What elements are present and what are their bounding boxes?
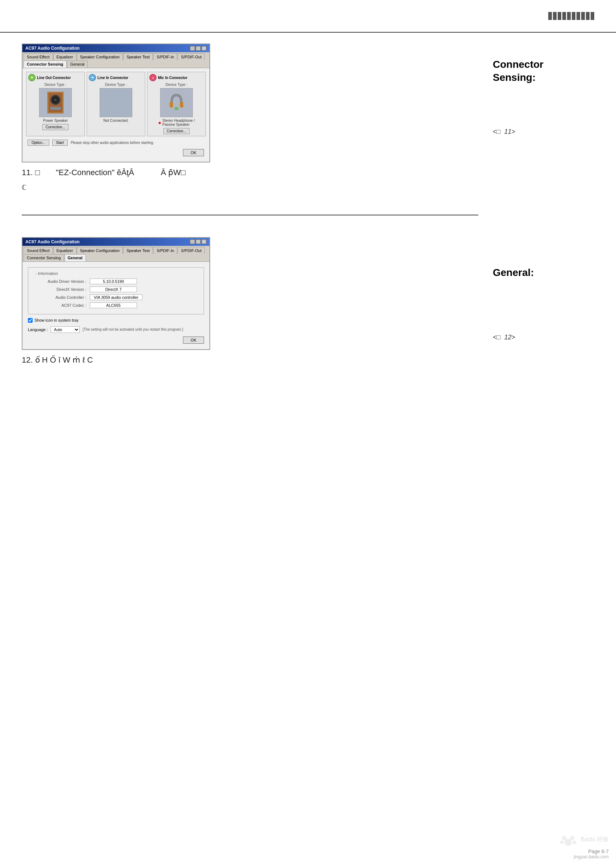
- svg-point-4: [54, 99, 57, 102]
- close-btn-2[interactable]: ×: [201, 239, 207, 244]
- tab-speaker-config-2[interactable]: Speaker Configuration: [77, 247, 123, 254]
- tab-spdif-out-1[interactable]: S/PDIF-Out: [178, 53, 205, 60]
- title-bar-1: AC97 Audio Configuration _ □ ×: [22, 44, 209, 52]
- connector-mic-in: ● Mic In Connector Device Type :: [147, 72, 206, 136]
- tab-sound-effect-2[interactable]: Sound Effect: [24, 247, 53, 254]
- win-controls-2: _ □ ×: [190, 239, 207, 244]
- step-11-content: 11. □ "EZ-Connection" ĕĀţĀ Ā p̄W□: [22, 168, 185, 177]
- baidu-text: Baidu 经验: [581, 836, 609, 843]
- show-icon-label: Show icon in system tray: [35, 318, 79, 322]
- top-bar: [0, 0, 616, 33]
- show-icon-checkbox[interactable]: [28, 318, 33, 323]
- connector-line-in: ⊕ Line In Connector Device Type : Not Co…: [86, 72, 145, 136]
- notice-text: Please stop other audio applications bef…: [71, 141, 204, 145]
- step-11-text: 11. □ "EZ-Connection" ĕĀţĀ Ā p̄W□: [22, 166, 478, 179]
- connector-sensing-label: ConnectorSensing:: [493, 58, 594, 85]
- gen-row-directx: DirectX Version : DirectX 7: [36, 287, 196, 292]
- info-group: - Information Audio Driver Version : 5.1…: [28, 267, 204, 314]
- tab-general-2[interactable]: General: [64, 254, 86, 261]
- minimize-btn-1[interactable]: _: [190, 46, 195, 51]
- language-select[interactable]: Auto: [51, 326, 80, 333]
- svg-point-14: [572, 841, 576, 844]
- speaker-image: [39, 88, 72, 117]
- tab-speaker-test-1[interactable]: Speaker Test: [123, 53, 153, 60]
- dialog-body-1: ⊕ Line Out Connector Device Type :: [22, 68, 209, 162]
- connector-header-in: ⊕ Line In Connector: [89, 74, 143, 81]
- section-divider: [22, 215, 478, 216]
- tab-equalizer-1[interactable]: Equalizer: [53, 53, 77, 60]
- tab-connector-sensing-1[interactable]: Connector Sensing: [24, 61, 67, 68]
- controller-label: Audio Controller :: [36, 295, 86, 299]
- step-12-text: 12. ố H Ő ī W ṁ ℓ C: [22, 354, 478, 366]
- start-button[interactable]: Start: [52, 140, 68, 146]
- section1-note: <□ 11>: [493, 128, 594, 135]
- dialog-connector-sensing: AC97 Audio Configuration _ □ × Sound Eff…: [22, 44, 210, 162]
- line-in-icon: ⊕: [89, 74, 96, 81]
- connector-line-out: ⊕ Line Out Connector Device Type :: [26, 72, 85, 136]
- mic-in-icon: ●: [149, 74, 157, 81]
- empty-placeholder: [100, 88, 132, 117]
- section1-right: ConnectorSensing: <□ 11>: [493, 58, 594, 135]
- correction-btn-mic[interactable]: Correction...: [163, 128, 190, 134]
- device-name-mic: Stereo Headphone /Passive Speaker: [162, 118, 195, 126]
- dialog-general: AC97 Audio Configuration _ □ × Sound Eff…: [22, 237, 210, 350]
- page-number: Page 6-7: [588, 849, 609, 854]
- tab-equalizer-2[interactable]: Equalizer: [53, 247, 77, 254]
- page-container: AC97 Audio Configuration _ □ × Sound Eff…: [0, 0, 616, 863]
- tab-connector-sensing-2[interactable]: Connector Sensing: [24, 254, 64, 261]
- baidu-logo-icon: [559, 832, 577, 847]
- empty-image: [100, 88, 132, 117]
- ok-row-2: OK: [26, 335, 206, 346]
- device-type-label-mic: Device Type :: [166, 83, 187, 87]
- ok-button-1[interactable]: OK: [183, 149, 204, 156]
- cs-bottom-row: Option... Start Please stop other audio …: [26, 138, 206, 147]
- general-label: General:: [493, 266, 594, 279]
- footer-logo: Baidu 经验: [559, 832, 609, 847]
- tab-speaker-config-1[interactable]: Speaker Configuration: [77, 53, 123, 60]
- option-button[interactable]: Option...: [28, 140, 49, 146]
- maximize-btn-2[interactable]: □: [196, 239, 201, 244]
- line-out-label: Line Out Connector: [37, 76, 71, 80]
- language-row: Language : Auto [The setting will not be…: [26, 324, 206, 335]
- device-type-label-in: Device Type :: [105, 83, 127, 87]
- tab-general-1[interactable]: General: [67, 61, 88, 68]
- language-note: [The setting will not be activated until…: [83, 328, 183, 331]
- connector-header-out: ⊕ Line Out Connector: [28, 74, 83, 81]
- section2: AC97 Audio Configuration _ □ × Sound Eff…: [22, 237, 478, 366]
- show-icon-row: Show icon in system tray: [26, 316, 206, 324]
- info-title: - Information: [36, 271, 196, 276]
- driver-version-value: 5.10.0.5190: [90, 279, 137, 284]
- step-11-sub-content: ℂ: [22, 184, 27, 191]
- win-controls-1: _ □ ×: [190, 46, 207, 51]
- step-11-sub: ℂ: [22, 183, 478, 193]
- gen-row-codec: AC97 Codec : ALC655: [36, 302, 196, 308]
- maximize-btn-1[interactable]: □: [196, 46, 201, 51]
- device-name-out: Power Speaker: [43, 118, 68, 123]
- svg-rect-5: [50, 107, 61, 110]
- line-out-icon: ⊕: [28, 74, 36, 81]
- section1: AC97 Audio Configuration _ □ × Sound Eff…: [22, 44, 478, 193]
- right-column: ConnectorSensing: <□ 11> General: <□ 12>: [493, 44, 594, 366]
- tab-spdif-out-2[interactable]: S/PDIF-Out: [178, 247, 205, 254]
- tab-spdif-in-2[interactable]: S/PDIF-In: [153, 247, 177, 254]
- tab-speaker-test-2[interactable]: Speaker Test: [123, 247, 153, 254]
- tab-spdif-in-1[interactable]: S/PDIF-In: [153, 53, 177, 60]
- ok-button-2[interactable]: OK: [183, 337, 204, 344]
- footer-logo-text: Baidu 经验: [581, 836, 609, 843]
- svg-point-11: [562, 836, 566, 840]
- left-column: AC97 Audio Configuration _ □ × Sound Eff…: [22, 44, 478, 366]
- gen-row-driver: Audio Driver Version : 5.10.0.5190: [36, 279, 196, 284]
- directx-value: DirectX 7: [90, 287, 137, 292]
- step-12-content: 12. ố H Ő ī W ṁ ℓ C: [22, 355, 93, 364]
- ok-row-1: OK: [26, 147, 206, 158]
- gen-row-controller: Audio Controller : VIA 3059 audio contro…: [36, 294, 196, 300]
- correction-btn-out[interactable]: Correction...: [42, 124, 69, 130]
- tab-sound-effect-1[interactable]: Sound Effect: [24, 53, 53, 60]
- minimize-btn-2[interactable]: _: [190, 239, 195, 244]
- dialog-title-2: AC97 Audio Configuration: [25, 239, 80, 244]
- warning-icon: ●: [158, 120, 161, 126]
- close-btn-1[interactable]: ×: [201, 46, 207, 51]
- svg-rect-8: [180, 102, 183, 108]
- device-name-in: Not Connected.: [103, 118, 129, 123]
- svg-point-9: [174, 107, 179, 110]
